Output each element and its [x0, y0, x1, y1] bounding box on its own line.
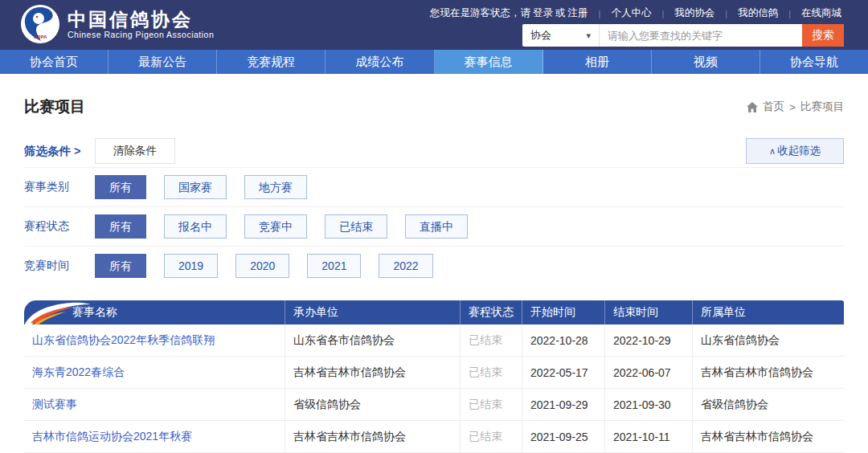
breadcrumb-separator: >	[789, 101, 796, 113]
table-row: 吉林市信鸽运动协会2021年秋赛 吉林省吉林市信鸽协会 已结束 2021-09-…	[24, 421, 844, 453]
nav-item-results[interactable]: 成绩公布	[326, 50, 434, 74]
start-date-cell: 2022-10-28	[522, 324, 605, 357]
logo-text: 中国信鸽协会 Chinese Racing Pigeon Association	[68, 9, 214, 39]
table-row: 测试赛事 省级信鸽协会 已结束 2021-09-29 2021-09-30 省级…	[24, 389, 844, 421]
chevron-down-icon: ▾	[586, 31, 591, 41]
event-link[interactable]: 海东青2022春综合	[32, 365, 125, 378]
table-header-row: 赛事名称 承办单位 赛程状态 开始时间 结束时间 所属单位	[24, 300, 844, 324]
column-header-start-date: 开始时间	[522, 300, 605, 324]
filter-option-live[interactable]: 直播中	[405, 214, 468, 239]
personal-center-link[interactable]: 个人中心	[611, 6, 651, 20]
search-bar: 协会 ▾ 搜索	[522, 24, 844, 47]
breadcrumb-current: 比赛项目	[800, 100, 844, 114]
filter-option-finished[interactable]: 已结束	[325, 214, 387, 239]
guest-status-text: 您现在是游客状态，请	[430, 6, 530, 20]
filter-option-registering[interactable]: 报名中	[164, 214, 227, 239]
my-pigeon-link[interactable]: 我的信鸽	[738, 6, 778, 20]
organizer-cell: 吉林省吉林市信鸽协会	[285, 421, 461, 453]
status-cell: 已结束	[461, 324, 522, 357]
column-header-owner: 所属单位	[693, 300, 844, 324]
end-date-cell: 2021-10-11	[605, 421, 693, 453]
login-link[interactable]: 登录	[533, 6, 553, 20]
collapse-filters-label: 收起筛选	[777, 145, 821, 157]
race-table: 赛事名称 承办单位 赛程状态 开始时间 结束时间 所属单位 山东省信鸽协会202…	[24, 300, 844, 453]
logo[interactable]: CRPA 中国信鸽协会 Chinese Racing Pigeon Associ…	[21, 5, 214, 43]
event-name-cell: 山东省信鸽协会2022年秋季信鸽联翔	[24, 324, 285, 357]
divider: |	[599, 9, 601, 18]
filter-option-all[interactable]: 所有	[95, 175, 146, 199]
end-date-cell: 2021-09-30	[605, 389, 693, 421]
filter-option-2020[interactable]: 2020	[235, 254, 289, 278]
owner-cell: 山东省信鸽协会	[693, 324, 844, 357]
search-category-select[interactable]: 协会 ▾	[522, 24, 600, 47]
filter-option-2022[interactable]: 2022	[379, 254, 432, 278]
site-subtitle: Chinese Racing Pigeon Association	[68, 30, 214, 39]
column-header-event-name: 赛事名称	[24, 300, 285, 324]
filter-option-all[interactable]: 所有	[95, 214, 146, 239]
breadcrumb: 首页 > 比赛项目	[747, 100, 844, 114]
filter-option-national[interactable]: 国家赛	[164, 175, 227, 199]
filter-row-race-year: 竞赛时间 所有 2019 2020 2021 2022	[24, 246, 844, 285]
divider: |	[661, 9, 664, 18]
table-header-swoosh-icon	[24, 300, 90, 326]
home-icon[interactable]	[747, 102, 758, 112]
nav-item-home[interactable]: 协会首页	[0, 50, 108, 74]
svg-text:CRPA: CRPA	[34, 35, 47, 39]
status-cell: 已结束	[461, 357, 522, 389]
filter-option-2019[interactable]: 2019	[164, 254, 218, 278]
divider: |	[725, 9, 727, 18]
nav-item-race-rules[interactable]: 竞赛规程	[217, 50, 326, 74]
table-row: 山东省信鸽协会2022年秋季信鸽联翔 山东省各市信鸽协会 已结束 2022-10…	[24, 324, 844, 357]
filter-option-all[interactable]: 所有	[95, 254, 146, 278]
status-cell: 已结束	[461, 389, 522, 421]
filter-option-2021[interactable]: 2021	[307, 254, 361, 278]
top-header: CRPA 中国信鸽协会 Chinese Racing Pigeon Associ…	[0, 0, 868, 50]
organizer-cell: 山东省各市信鸽协会	[285, 324, 461, 357]
start-date-cell: 2021-09-29	[522, 389, 605, 421]
filter-option-local[interactable]: 地方赛	[244, 175, 307, 199]
organizer-cell: 省级信鸽协会	[285, 389, 461, 421]
event-name-cell: 海东青2022春综合	[24, 357, 285, 389]
table-row: 海东青2022春综合 吉林省吉林市信鸽协会 已结束 2022-05-17 202…	[24, 357, 844, 389]
breadcrumb-home-link[interactable]: 首页	[763, 100, 784, 114]
filter-option-racing[interactable]: 竞赛中	[244, 214, 307, 239]
my-association-link[interactable]: 我的协会	[674, 6, 714, 20]
event-name-cell: 测试赛事	[24, 389, 285, 421]
register-link[interactable]: 注册	[568, 6, 588, 20]
filter-label-event-type: 赛事类别	[24, 180, 95, 194]
or-text: 或	[555, 6, 566, 20]
filter-title: 筛选条件 >	[24, 144, 95, 159]
start-date-cell: 2021-09-25	[522, 421, 605, 453]
nav-item-race-info[interactable]: 赛事信息	[435, 50, 543, 74]
divider: |	[788, 9, 791, 18]
event-link[interactable]: 山东省信鸽协会2022年秋季信鸽联翔	[32, 333, 215, 346]
nav-item-albums[interactable]: 相册	[543, 50, 652, 74]
page-title: 比赛项目	[24, 96, 85, 117]
search-input[interactable]	[600, 24, 802, 47]
caret-up-icon: ∧	[769, 146, 776, 156]
column-header-status: 赛程状态	[461, 300, 522, 324]
main-nav: 协会首页 最新公告 竞赛规程 成绩公布 赛事信息 相册 视频 协会导航	[0, 50, 868, 74]
nav-item-directory[interactable]: 协会导航	[760, 50, 868, 74]
nav-item-announcements[interactable]: 最新公告	[108, 50, 217, 74]
event-link[interactable]: 吉林市信鸽运动协会2021年秋赛	[32, 430, 192, 443]
site-title: 中国信鸽协会	[68, 9, 214, 30]
filter-row-race-status: 赛程状态 所有 报名中 竞赛中 已结束 直播中	[24, 206, 844, 246]
online-mall-link[interactable]: 在线商城	[801, 6, 841, 20]
collapse-filters-button[interactable]: ∧收起筛选	[746, 138, 844, 164]
organizer-cell: 吉林省吉林市信鸽协会	[285, 357, 461, 389]
end-date-cell: 2022-10-29	[605, 324, 693, 357]
end-date-cell: 2022-06-07	[605, 357, 693, 389]
owner-cell: 吉林省吉林市信鸽协会	[693, 357, 844, 389]
nav-item-videos[interactable]: 视频	[652, 50, 760, 74]
search-button[interactable]: 搜索	[802, 24, 844, 47]
main-content: 比赛项目 首页 > 比赛项目 筛选条件 > 清除条件 ∧收起筛选 赛事类别 所有…	[0, 95, 868, 453]
clear-filters-button[interactable]: 清除条件	[95, 138, 175, 164]
start-date-cell: 2022-05-17	[522, 357, 605, 389]
owner-cell: 吉林省吉林市信鸽协会	[693, 421, 844, 453]
status-cell: 已结束	[461, 421, 522, 453]
event-link[interactable]: 测试赛事	[32, 398, 77, 410]
pigeon-logo-icon: CRPA	[21, 5, 59, 43]
filter-panel: 筛选条件 > 清除条件 ∧收起筛选 赛事类别 所有 国家赛 地方赛 赛程状态 所…	[24, 135, 844, 285]
filter-label-race-year: 竞赛时间	[24, 259, 95, 273]
